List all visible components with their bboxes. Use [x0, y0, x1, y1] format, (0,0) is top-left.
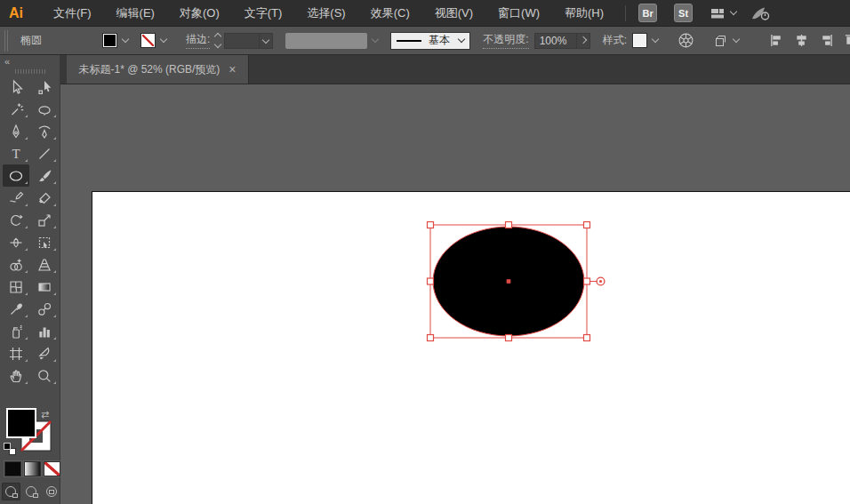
gpu-performance-button[interactable]	[750, 5, 770, 21]
stroke-color-dropdown[interactable]	[140, 33, 166, 48]
tool-width[interactable]	[3, 231, 29, 253]
close-tab-icon[interactable]: ×	[229, 64, 236, 75]
style-dropdown[interactable]	[632, 33, 658, 48]
gradient-icon	[36, 279, 52, 295]
stroke-weight-label[interactable]: 描边:	[186, 32, 210, 49]
transform-options-button[interactable]	[712, 33, 739, 49]
menu-item[interactable]: 对象(O)	[167, 0, 232, 26]
tool-free-transform[interactable]	[31, 231, 58, 253]
menu-item[interactable]: 文字(T)	[232, 0, 295, 26]
color-button[interactable]	[4, 461, 21, 476]
tool-magic-wand[interactable]	[3, 98, 29, 120]
tool-rotate[interactable]	[3, 209, 29, 231]
tool-slice[interactable]	[31, 342, 58, 364]
tool-eyedropper[interactable]	[3, 298, 29, 320]
tools-panel: « T ⇄	[0, 55, 60, 504]
handle-top-center[interactable]	[506, 222, 512, 228]
menu-item[interactable]: 编辑(E)	[104, 0, 167, 26]
align-top-button[interactable]	[844, 33, 850, 48]
tool-paintbrush[interactable]	[31, 164, 58, 187]
tool-hand[interactable]	[3, 364, 29, 387]
tool-shape-builder[interactable]	[3, 253, 29, 276]
none-button[interactable]	[44, 461, 60, 476]
stroke-weight-field[interactable]	[224, 33, 260, 49]
menu-item[interactable]: 文件(F)	[41, 0, 104, 26]
handle-bottom-right[interactable]	[584, 335, 590, 341]
align-left-button[interactable]	[769, 33, 784, 48]
menu-item[interactable]: 窗口(W)	[485, 0, 552, 26]
workspace-switcher[interactable]	[710, 6, 736, 20]
canvas-pasteboard[interactable]	[60, 84, 850, 504]
tool-ellipse[interactable]	[3, 164, 29, 187]
gradient-button[interactable]	[24, 461, 41, 476]
fill-proxy[interactable]	[6, 408, 36, 438]
tool-line-segment[interactable]	[31, 142, 58, 164]
opacity-field[interactable]: 100%	[534, 33, 577, 49]
handle-middle-left[interactable]	[428, 278, 434, 284]
fill-color-swatch[interactable]	[102, 33, 117, 48]
handle-bottom-center[interactable]	[506, 335, 512, 341]
align-right-button[interactable]	[819, 33, 834, 48]
width-profile-dropdown[interactable]: 基本	[390, 32, 470, 50]
tool-perspective-grid[interactable]	[31, 253, 58, 276]
tool-mesh[interactable]	[3, 276, 29, 298]
stroke-weight-stepper[interactable]	[215, 34, 221, 47]
stepper-up-icon[interactable]	[214, 33, 221, 40]
illustrator-logo: Ai	[9, 5, 41, 21]
bridge-button[interactable]: Br	[638, 4, 657, 22]
handle-bottom-left[interactable]	[428, 335, 434, 341]
fill-color-dropdown[interactable]	[102, 33, 128, 48]
stepper-down-icon[interactable]	[214, 41, 221, 48]
tool-eraser[interactable]	[31, 187, 58, 209]
tool-type[interactable]: T	[3, 142, 29, 164]
handle-middle-right[interactable]	[584, 278, 590, 284]
align-center-button[interactable]	[794, 33, 809, 48]
stock-button[interactable]: St	[674, 4, 693, 22]
tool-shaper[interactable]	[3, 187, 29, 209]
menu-item[interactable]: 视图(V)	[422, 0, 485, 26]
lasso-icon	[36, 101, 52, 117]
tool-gradient[interactable]	[31, 276, 58, 298]
opacity-dropdown[interactable]	[577, 33, 590, 49]
tool-direct-selection[interactable]	[31, 76, 58, 98]
align-right-icon	[819, 33, 834, 48]
stroke-weight-dropdown[interactable]	[260, 33, 273, 49]
opacity-label[interactable]: 不透明度:	[483, 32, 528, 49]
document-tab[interactable]: 未标题-1* @ 52% (RGB/预览) ×	[67, 55, 249, 84]
type-icon: T	[8, 146, 24, 162]
tool-symbol-sprayer[interactable]	[3, 320, 29, 342]
draw-behind-button[interactable]	[22, 483, 41, 500]
draw-normal-button[interactable]	[2, 483, 20, 500]
swap-fill-stroke-button[interactable]: ⇄	[41, 409, 49, 420]
artboard-icon	[8, 346, 24, 362]
default-fill-stroke-button[interactable]	[4, 443, 17, 456]
draw-inside-button[interactable]	[42, 483, 60, 500]
handle-top-left[interactable]	[428, 222, 434, 228]
artwork-overlay	[60, 84, 850, 504]
tool-curvature[interactable]	[31, 120, 58, 142]
collapse-panel-button[interactable]: «	[0, 55, 60, 66]
recolor-artwork-button[interactable]	[678, 32, 694, 49]
menu-item[interactable]: 选择(S)	[294, 0, 357, 26]
stroke-none-swatch[interactable]	[140, 33, 156, 48]
tool-zoom[interactable]	[31, 364, 58, 387]
width-icon	[8, 235, 24, 251]
menu-item[interactable]: 帮助(H)	[552, 0, 616, 26]
tool-blend[interactable]	[31, 298, 58, 320]
tool-scale[interactable]	[31, 209, 58, 231]
control-bar-grip[interactable]	[4, 30, 10, 52]
tool-lasso[interactable]	[31, 98, 58, 120]
style-swatch[interactable]	[632, 33, 647, 48]
tool-pen[interactable]	[3, 120, 29, 142]
tools-panel-grip[interactable]	[15, 69, 45, 74]
chevron-down-icon	[160, 36, 167, 43]
scale-icon	[36, 212, 52, 228]
tool-artboard[interactable]	[3, 342, 29, 364]
corner-widget-dot	[599, 280, 602, 283]
handle-top-right[interactable]	[584, 222, 590, 228]
menu-item[interactable]: 效果(C)	[358, 0, 422, 26]
tool-selection[interactable]	[3, 76, 29, 98]
profile-value: 基本	[429, 33, 450, 48]
tool-column-graph[interactable]	[31, 320, 58, 342]
shape-center-point[interactable]	[507, 279, 511, 284]
